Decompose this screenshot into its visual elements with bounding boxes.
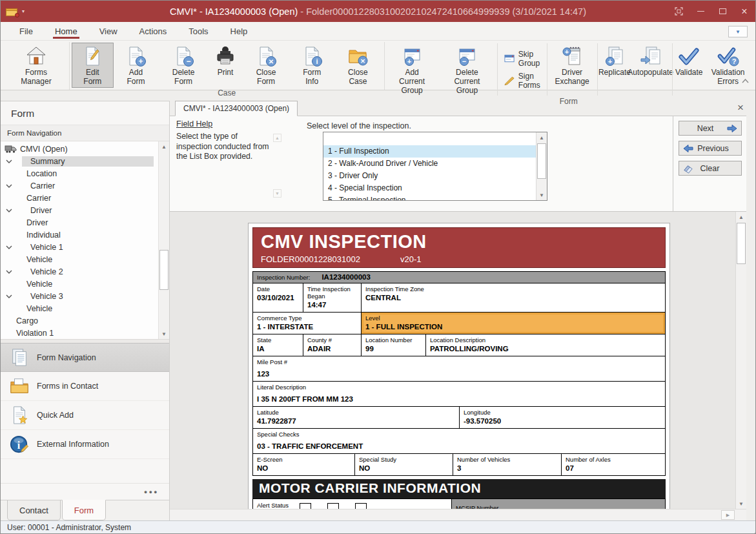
menu-home[interactable]: Home xyxy=(44,22,88,40)
minimize-button[interactable] xyxy=(690,1,711,22)
button-label: Next xyxy=(697,124,714,133)
tree-item-vehicle1[interactable]: Vehicle xyxy=(1,253,158,265)
menu-file[interactable]: File xyxy=(8,22,44,40)
listbox-option[interactable]: 2 - Walk-Around Driver / Vehicle xyxy=(323,158,536,170)
button-label: Driver Exchange xyxy=(554,68,589,87)
launcher-forms-in-contact[interactable]: Forms in Contact xyxy=(1,372,169,401)
inspection-level-listbox[interactable]: 1 - Full Inspection 2 - Walk-Around Driv… xyxy=(323,132,547,201)
resize-grip[interactable] xyxy=(752,530,753,531)
listbox-option-selected[interactable]: 1 - Full Inspection xyxy=(323,145,536,158)
chevron-down-icon[interactable] xyxy=(6,245,15,249)
alert-status-checkbox[interactable] xyxy=(300,503,311,509)
tab-form[interactable]: Form xyxy=(62,500,106,520)
delete-form-button[interactable]: − Delete Form xyxy=(158,43,209,88)
chevron-down-icon[interactable] xyxy=(6,294,15,298)
clear-button[interactable]: Clear xyxy=(679,161,742,176)
tree-item-vehicle3-group[interactable]: Vehicle 3 xyxy=(1,290,158,302)
tree-item-driver[interactable]: Driver xyxy=(1,216,158,229)
delete-current-group-button[interactable]: − Delete Current Group xyxy=(439,43,496,96)
menu-actions[interactable]: Actions xyxy=(128,22,178,40)
close-button[interactable]: × xyxy=(733,1,755,22)
autopopulate-button[interactable]: Autopopulate xyxy=(631,43,670,96)
scroll-up-icon[interactable]: ▲ xyxy=(536,132,547,143)
app-menu-caret-icon[interactable]: ▾ xyxy=(22,8,25,14)
validation-errors-button[interactable]: ? Validation Errors xyxy=(705,43,751,96)
replicate-button[interactable]: + Replicate xyxy=(599,43,629,96)
tree-item-driver-group[interactable]: Driver xyxy=(1,204,158,216)
alert-status-checkbox[interactable] xyxy=(327,503,339,509)
document-tab[interactable]: CMVI* - IA1234000003 (Open) xyxy=(175,101,298,116)
previous-button[interactable]: Previous xyxy=(679,141,742,156)
tree-item-location[interactable]: Location xyxy=(1,167,158,180)
launcher-external-information[interactable]: i External Information xyxy=(1,430,169,459)
scroll-right-icon[interactable]: ▶ xyxy=(721,510,735,520)
skip-group-button[interactable]: Skip Group xyxy=(502,48,543,70)
close-document-icon[interactable]: × xyxy=(735,102,746,113)
chevron-down-icon[interactable] xyxy=(6,209,15,212)
chevron-down-icon[interactable] xyxy=(6,184,15,188)
tree-item-vehicle2-group[interactable]: Vehicle 2 xyxy=(1,265,158,278)
scroll-up-icon[interactable]: ▲ xyxy=(159,141,169,152)
menu-help[interactable]: Help xyxy=(220,22,259,40)
fit-window-button[interactable] xyxy=(668,1,690,22)
launcher-overflow-button[interactable]: ••• xyxy=(1,483,169,500)
scroll-down-icon[interactable]: ▼ xyxy=(536,190,547,200)
scrollbar-thumb[interactable] xyxy=(537,143,546,179)
tree-item-summary[interactable]: Summary xyxy=(1,155,158,167)
maximize-button[interactable] xyxy=(711,1,733,22)
driver-exchange-button[interactable]: + Driver Exchange xyxy=(549,43,595,96)
listbox-option[interactable] xyxy=(323,132,536,145)
validate-button[interactable]: Validate xyxy=(674,43,704,96)
close-form-button[interactable]: ✕ Close Form xyxy=(242,43,290,88)
tree-item-vehicle2[interactable]: Vehicle xyxy=(1,278,158,290)
tab-contact[interactable]: Contact xyxy=(7,500,61,520)
scroll-down-icon[interactable]: ▼ xyxy=(159,329,169,339)
statusbar: User: 00001 - Administrator, System xyxy=(1,520,755,533)
listbox-option[interactable]: 3 - Driver Only xyxy=(323,170,536,182)
add-current-group-button[interactable]: + Add Current Group xyxy=(387,43,438,96)
app-folder-icon[interactable] xyxy=(6,6,19,17)
button-label: Replicate xyxy=(598,68,631,77)
field-help-link[interactable]: Field Help xyxy=(176,119,287,128)
chevron-down-icon: ▼ xyxy=(735,29,741,35)
listbox-scrollbar[interactable]: ▲ ▼ xyxy=(536,132,547,200)
listbox-option[interactable]: 4 - Special Inspection xyxy=(323,182,536,194)
scrollbar-thumb[interactable] xyxy=(159,250,169,290)
close-case-button[interactable]: ✕ Close Case xyxy=(334,43,382,88)
chevron-down-icon[interactable] xyxy=(6,159,15,163)
ribbon-options-button[interactable]: ▼ xyxy=(728,26,748,37)
print-button[interactable]: Print xyxy=(210,43,241,88)
tree-item-carrier-group[interactable]: Carrier xyxy=(1,180,158,192)
sign-forms-button[interactable]: Sign Forms xyxy=(502,70,543,92)
tree-item-vehicle3[interactable]: Vehicle xyxy=(1,302,158,314)
tree-item-cargo[interactable]: Cargo xyxy=(1,314,158,327)
tree-scrollbar[interactable]: ▲ ▼ xyxy=(158,141,169,339)
scroll-down-icon[interactable]: ▼ xyxy=(273,189,281,198)
add-form-button[interactable]: + Add Form xyxy=(115,43,157,88)
tree-item-carrier[interactable]: Carrier xyxy=(1,192,158,204)
menu-view[interactable]: View xyxy=(88,22,128,40)
tree-item-label: CMVI (Open) xyxy=(20,145,68,154)
scrollbar-thumb[interactable] xyxy=(737,223,746,264)
forms-manager-button[interactable]: Forms Manager xyxy=(5,43,67,88)
chevron-down-icon[interactable] xyxy=(6,270,15,274)
tree-item-violation1[interactable]: Violation 1 xyxy=(1,327,158,339)
tree-item-vehicle1-group[interactable]: Vehicle 1 xyxy=(1,241,158,253)
ribbon-collapse-button[interactable] xyxy=(742,74,749,86)
listbox-option[interactable]: 5 - Terminal Inspection xyxy=(323,194,536,201)
scroll-up-icon[interactable]: ▲ xyxy=(273,134,281,142)
scroll-up-icon[interactable]: ▲ xyxy=(736,212,746,222)
tree-item-cmvi[interactable]: CMVI (Open) xyxy=(1,143,158,155)
form-info-button[interactable]: i Form Info xyxy=(291,43,332,88)
menu-tools[interactable]: Tools xyxy=(178,22,219,40)
alert-status-checkbox[interactable] xyxy=(355,503,367,509)
next-button[interactable]: Next xyxy=(679,121,742,136)
edit-form-button[interactable]: Edit Form xyxy=(72,43,114,88)
launcher-form-navigation[interactable]: Form Navigation xyxy=(1,343,169,372)
svg-text:✕: ✕ xyxy=(269,58,274,65)
document-scrollbar[interactable]: ▲ ▼ xyxy=(735,212,746,509)
horizontal-scrollbar[interactable]: ▶ xyxy=(170,509,746,520)
launcher-quick-add[interactable]: Quick Add xyxy=(1,401,169,430)
scroll-down-icon[interactable]: ▼ xyxy=(736,498,746,509)
tree-item-individual[interactable]: Individual xyxy=(1,229,158,241)
